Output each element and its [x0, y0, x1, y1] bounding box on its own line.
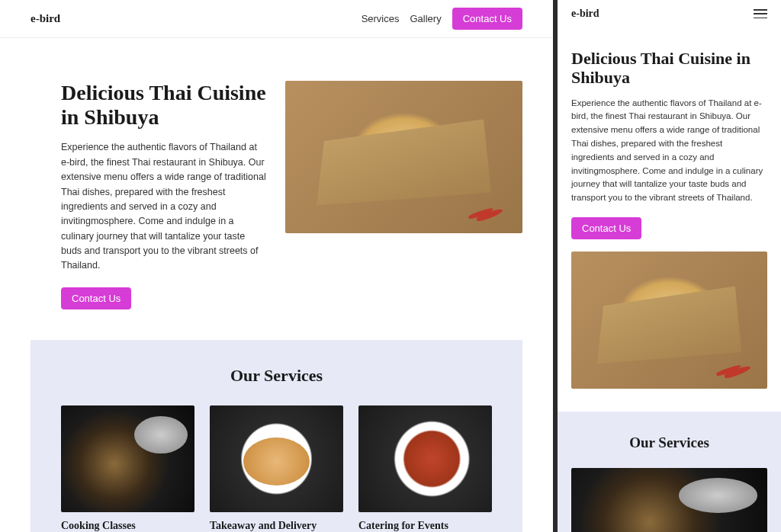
hero-image: [285, 81, 522, 233]
services-title: Our Services: [61, 366, 492, 386]
service-card-image: [358, 405, 492, 512]
mobile-hero-title: Delicious Thai Cuisine in Shibuya: [571, 49, 767, 88]
mobile-header: e-bird: [558, 0, 781, 26]
mobile-hero-section: Delicious Thai Cuisine in Shibuya Experi…: [558, 26, 781, 389]
mobile-hero-description: Experience the authentic flavors of Thai…: [571, 97, 767, 206]
hero-text: Delicious Thai Cuisine in Shibuya Experi…: [61, 81, 267, 309]
services-section: Our Services Cooking Classes Learn the a…: [31, 340, 522, 532]
hero-cta-button[interactable]: Contact Us: [61, 287, 131, 309]
mobile-hero-cta-button[interactable]: Contact Us: [571, 217, 641, 239]
brand-logo[interactable]: e-bird: [31, 12, 60, 25]
service-card-image: [61, 405, 194, 512]
hamburger-menu-icon[interactable]: [754, 9, 767, 18]
header: e-bird Services Gallery Contact Us: [0, 0, 553, 38]
mobile-brand-logo[interactable]: e-bird: [571, 8, 599, 20]
nav: Services Gallery Contact Us: [362, 8, 522, 30]
mobile-service-card-image: [571, 468, 767, 532]
hero-title: Delicious Thai Cuisine in Shibuya: [61, 81, 267, 130]
services-cards: Cooking Classes Learn the art of Thai co…: [61, 405, 492, 532]
service-card-title: Cooking Classes: [61, 520, 194, 532]
mobile-hero-image: [571, 252, 767, 389]
service-card: Takeaway and Delivery Enjoy the convenie…: [210, 405, 343, 532]
service-card-title: Takeaway and Delivery: [210, 520, 343, 532]
nav-contact-button[interactable]: Contact Us: [452, 8, 522, 30]
mobile-services-title: Our Services: [571, 434, 767, 451]
nav-services[interactable]: Services: [362, 13, 400, 24]
hero-section: Delicious Thai Cuisine in Shibuya Experi…: [0, 38, 553, 340]
service-card-image: [210, 405, 343, 512]
service-card: Catering for Events Make your next event…: [358, 405, 492, 532]
hero-description: Experience the authentic flavors of Thai…: [61, 140, 267, 273]
nav-gallery[interactable]: Gallery: [410, 13, 442, 24]
desktop-preview: e-bird Services Gallery Contact Us Delic…: [0, 0, 555, 532]
mobile-services-section: Our Services: [558, 412, 781, 532]
service-card-title: Catering for Events: [358, 520, 492, 532]
service-card: Cooking Classes Learn the art of Thai co…: [61, 405, 194, 532]
mobile-preview: e-bird Delicious Thai Cuisine in Shibuya…: [558, 0, 781, 532]
